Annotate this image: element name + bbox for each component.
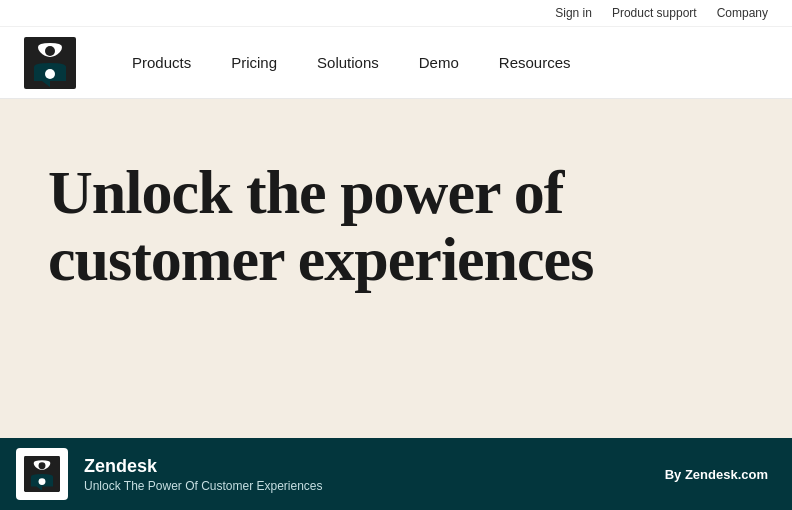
nav-solutions[interactable]: Solutions: [301, 46, 395, 79]
hero-title: Unlock the power of customer experiences: [48, 159, 648, 293]
product-support-link[interactable]: Product support: [612, 6, 697, 20]
nav-links: Products Pricing Solutions Demo Resource…: [116, 46, 768, 79]
sign-in-link[interactable]: Sign in: [555, 6, 592, 20]
footer-brand: Zendesk: [84, 456, 649, 477]
footer-bar: Zendesk Unlock The Power Of Customer Exp…: [0, 438, 792, 510]
svg-point-4: [39, 462, 46, 469]
nav-demo[interactable]: Demo: [403, 46, 475, 79]
footer-logo-box: [16, 448, 68, 500]
svg-point-5: [39, 478, 46, 485]
footer-text: Zendesk Unlock The Power Of Customer Exp…: [84, 456, 649, 493]
zendesk-logo-icon: [24, 37, 76, 89]
hero-section: Unlock the power of customer experiences: [0, 99, 792, 438]
company-link[interactable]: Company: [717, 6, 768, 20]
svg-point-1: [45, 46, 55, 56]
footer-zendesk-logo-icon: [24, 456, 60, 492]
svg-point-2: [45, 69, 55, 79]
nav-resources[interactable]: Resources: [483, 46, 587, 79]
nav-products[interactable]: Products: [116, 46, 207, 79]
utility-bar: Sign in Product support Company: [0, 0, 792, 27]
nav-pricing[interactable]: Pricing: [215, 46, 293, 79]
main-nav: Products Pricing Solutions Demo Resource…: [0, 27, 792, 99]
footer-url: By Zendesk.com: [665, 467, 768, 482]
logo-link[interactable]: [24, 37, 76, 89]
footer-tagline: Unlock The Power Of Customer Experiences: [84, 479, 649, 493]
